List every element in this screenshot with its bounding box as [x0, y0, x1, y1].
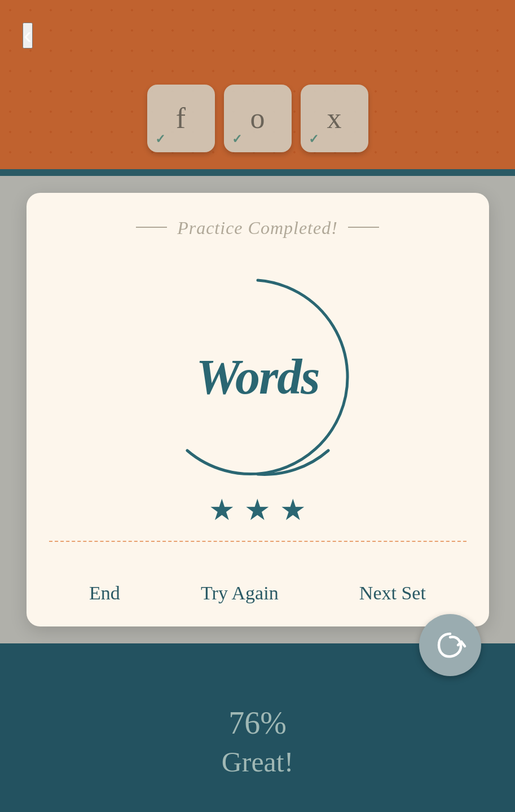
spiral-refresh-icon: [433, 628, 467, 662]
dash-right: [348, 227, 379, 228]
star-2: ★: [244, 496, 271, 525]
tile-o-letter: o: [250, 104, 265, 133]
back-button[interactable]: ‹: [23, 23, 33, 48]
practice-completed-label: Practice Completed!: [136, 218, 379, 239]
letter-tiles: f ✓ o ✓ x ✓: [147, 85, 368, 152]
practice-completed-text: Practice Completed!: [177, 218, 338, 239]
bottom-section: 76% Great!: [0, 643, 515, 812]
modal-card: Practice Completed! Words ★ ★ ★: [27, 193, 489, 626]
tile-f: f ✓: [147, 85, 215, 152]
star-1: ★: [209, 496, 235, 525]
stars-row: ★ ★ ★: [209, 496, 306, 525]
top-section: ‹ f ✓ o ✓ x ✓: [0, 0, 515, 169]
score-grade: Great!: [222, 745, 294, 778]
page-wrapper: ‹ f ✓ o ✓ x ✓ Practice Complet: [0, 0, 515, 812]
tile-f-letter: f: [176, 104, 186, 133]
words-logo-text: Words: [196, 352, 319, 402]
logo-circle-wrapper: Words: [139, 259, 376, 496]
score-percent: 76%: [228, 705, 287, 741]
tile-o: o ✓: [224, 85, 292, 152]
tile-x-check: ✓: [309, 132, 319, 147]
action-buttons: End Try Again Next Set: [27, 562, 489, 626]
bottom-section-wrapper: 76% Great!: [0, 643, 515, 812]
dashed-divider: [49, 541, 466, 542]
modal-body: Practice Completed! Words ★ ★ ★: [27, 193, 489, 562]
try-again-button[interactable]: Try Again: [190, 578, 290, 608]
tile-o-check: ✓: [232, 132, 242, 147]
star-3: ★: [280, 496, 306, 525]
next-set-button[interactable]: Next Set: [348, 578, 437, 608]
tile-x: x ✓: [301, 85, 368, 152]
middle-section: Practice Completed! Words ★ ★ ★: [0, 176, 515, 643]
spiral-refresh-button[interactable]: [419, 614, 481, 676]
end-button[interactable]: End: [78, 578, 131, 608]
tile-x-letter: x: [327, 104, 342, 133]
divider-bar: [0, 169, 515, 176]
dash-left: [136, 227, 167, 228]
tile-f-check: ✓: [155, 132, 165, 147]
